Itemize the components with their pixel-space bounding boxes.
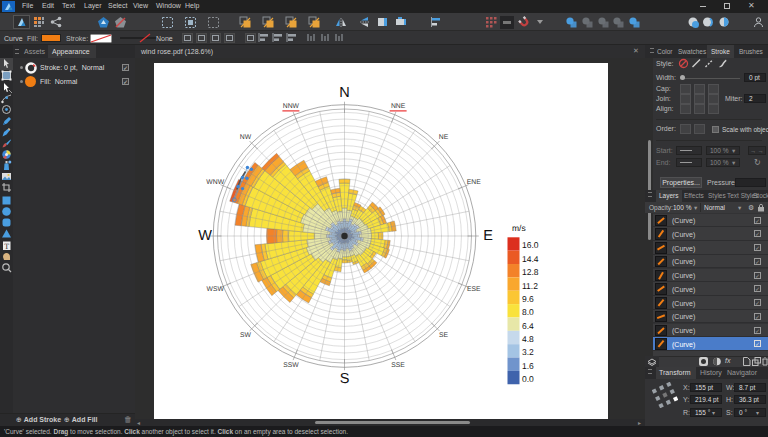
svg-text:3.2: 3.2	[522, 347, 534, 357]
svg-text:NE: NE	[439, 134, 449, 141]
svg-text:16.0: 16.0	[522, 240, 539, 250]
svg-text:0.0: 0.0	[522, 374, 534, 384]
svg-text:NNW: NNW	[283, 103, 300, 110]
svg-text:NNE: NNE	[391, 103, 406, 110]
svg-text:WSW: WSW	[207, 286, 225, 293]
svg-text:ENE: ENE	[467, 179, 481, 186]
svg-text:N: N	[339, 85, 349, 101]
svg-text:1.6: 1.6	[522, 361, 534, 371]
svg-text:11.2: 11.2	[522, 281, 538, 291]
svg-text:m/s: m/s	[512, 223, 526, 233]
svg-text:SSW: SSW	[283, 362, 299, 369]
svg-text:SE: SE	[439, 332, 449, 339]
svg-text:SW: SW	[240, 332, 252, 339]
svg-text:6.4: 6.4	[522, 321, 534, 331]
svg-text:NW: NW	[240, 134, 252, 141]
svg-text:14.4: 14.4	[522, 254, 539, 264]
svg-text:4.8: 4.8	[522, 334, 534, 344]
svg-text:ESE: ESE	[467, 286, 481, 293]
svg-text:9.6: 9.6	[522, 294, 534, 304]
svg-text:S: S	[340, 371, 350, 387]
svg-text:8.0: 8.0	[522, 307, 534, 317]
svg-text:SSE: SSE	[391, 362, 405, 369]
svg-text:W: W	[198, 228, 212, 244]
svg-text:WNW: WNW	[206, 179, 224, 186]
svg-text:E: E	[483, 228, 493, 244]
svg-text:12.8: 12.8	[522, 267, 539, 277]
